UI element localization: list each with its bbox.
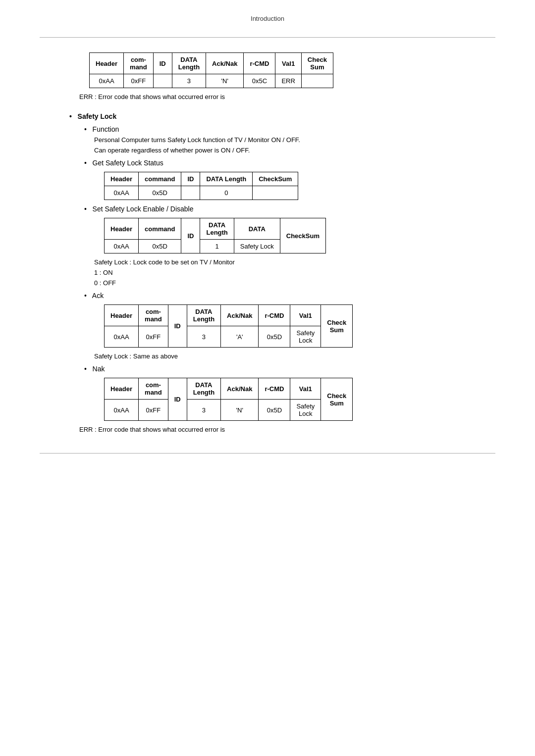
ack-note: Safety Lock : Same as above: [94, 353, 466, 360]
cell-checksum: [301, 74, 333, 88]
col-header-val1: Val1: [275, 53, 301, 74]
get-status-table-wrapper: Header command ID DATA Length CheckSum 0…: [94, 172, 466, 200]
set-enable-table-wrapper: Header command ID DATALength DATA CheckS…: [94, 218, 466, 253]
nak-col-ack-nak: Ack/Nak: [221, 378, 259, 400]
gs-cell-data-length: 0: [200, 186, 253, 200]
nak-table-wrapper: Header com-mand ID DATALength Ack/Nak r-…: [94, 378, 466, 421]
nak-cell-val1: SafetyLock: [290, 400, 321, 421]
col-header-ack-nak: Ack/Nak: [206, 53, 244, 74]
set-note-2: 1 : ON: [94, 269, 466, 276]
ack-label: Ack: [92, 292, 104, 300]
gs-col-data-length: DATA Length: [200, 172, 253, 186]
bottom-rule: [40, 453, 495, 454]
cell-command: 0xFF: [124, 74, 154, 88]
gs-col-checksum: CheckSum: [253, 172, 298, 186]
nak-col-checksum: CheckSum: [321, 378, 353, 421]
get-status-bullet: • Get Safety Lock Status: [84, 159, 466, 167]
ack-cell-ack-nak: 'A': [221, 326, 259, 348]
error-table-1: Header com-mand ID DATALength Ack/Nak r-…: [89, 52, 333, 88]
ack-col-command: com-mand: [139, 305, 168, 326]
gs-cell-checksum: [253, 186, 298, 200]
nak-note: ERR : Error code that shows what occurre…: [79, 426, 466, 433]
gs-cell-command: 0x5D: [139, 186, 181, 200]
error-note-1: ERR : Error code that shows what occurre…: [79, 93, 466, 101]
nak-cell-ack-nak: 'N': [221, 400, 259, 421]
nak-col-id: ID: [168, 378, 187, 421]
set-enable-label: Set Safety Lock Enable / Disable: [93, 205, 194, 213]
ack-table: Header com-mand ID DATALength Ack/Nak r-…: [104, 304, 353, 348]
se-col-header: Header: [105, 218, 139, 240]
ack-col-header: Header: [105, 305, 139, 326]
nak-bullet: • Nak: [84, 365, 466, 373]
ack-cell-val1: SafetyLock: [290, 326, 321, 348]
nak-col-rcmd: r-CMD: [259, 378, 290, 400]
ack-cell-command: 0xFF: [139, 326, 168, 348]
nak-col-header: Header: [105, 378, 139, 400]
nak-cell-command: 0xFF: [139, 400, 168, 421]
nak-cell-rcmd: 0x5D: [259, 400, 290, 421]
get-status-label: Get Safety Lock Status: [93, 159, 163, 167]
se-cell-data-length: 1: [200, 240, 234, 253]
ack-col-id: ID: [168, 305, 187, 348]
page-wrapper: Introduction Header com-mand ID DATALeng…: [0, 0, 535, 756]
safety-lock-section: • Safety Lock: [69, 112, 466, 120]
ack-col-checksum: CheckSum: [321, 305, 353, 348]
ack-col-ack-nak: Ack/Nak: [221, 305, 259, 326]
safety-lock-label: Safety Lock: [78, 112, 117, 120]
ack-cell-rcmd: 0x5D: [259, 326, 290, 348]
error-table-1-wrapper: Header com-mand ID DATALength Ack/Nak r-…: [79, 52, 466, 88]
ack-col-rcmd: r-CMD: [259, 305, 290, 326]
nak-label: Nak: [93, 365, 105, 373]
bullet-dot-get: •: [84, 159, 93, 167]
nak-cell-data-length: 3: [187, 400, 220, 421]
cell-rcmd: 0x5C: [244, 74, 275, 88]
bullet-dot-main: •: [69, 112, 78, 120]
set-enable-table: Header command ID DATALength DATA CheckS…: [104, 218, 326, 253]
set-note-1: Safety Lock : Lock code to be set on TV …: [94, 258, 466, 266]
se-col-checksum: CheckSum: [280, 218, 325, 253]
nak-col-data-length: DATALength: [187, 378, 220, 400]
gs-col-command: command: [139, 172, 181, 186]
gs-cell-header: 0xAA: [105, 186, 139, 200]
content-area: Header com-mand ID DATALength Ack/Nak r-…: [0, 52, 535, 433]
set-enable-bullet: • Set Safety Lock Enable / Disable: [84, 205, 466, 213]
cell-ack-nak: 'N': [206, 74, 244, 88]
cell-id: [153, 74, 172, 88]
cell-header: 0xAA: [90, 74, 124, 88]
se-col-data-length: DATALength: [200, 218, 234, 240]
nak-cell-header: 0xAA: [105, 400, 139, 421]
ack-bullet: • Ack: [84, 292, 466, 300]
col-header-header: Header: [90, 53, 124, 74]
page-title: Introduction: [0, 15, 535, 22]
ack-col-data-length: DATALength: [187, 305, 220, 326]
ack-col-val1: Val1: [290, 305, 321, 326]
se-cell-header: 0xAA: [105, 240, 139, 253]
cell-val1: ERR: [275, 74, 301, 88]
col-header-rcmd: r-CMD: [244, 53, 275, 74]
gs-cell-id: [181, 186, 200, 200]
nak-table: Header com-mand ID DATALength Ack/Nak r-…: [104, 378, 353, 421]
col-header-command: com-mand: [124, 53, 154, 74]
col-header-data-length: DATALength: [172, 53, 206, 74]
ack-cell-header: 0xAA: [105, 326, 139, 348]
gs-col-id: ID: [181, 172, 200, 186]
function-sub: • Function: [84, 125, 466, 133]
ack-table-wrapper: Header com-mand ID DATALength Ack/Nak r-…: [94, 304, 466, 348]
desc-text-1: Personal Computer turns Safety Lock func…: [94, 136, 466, 144]
set-note-3: 0 : OFF: [94, 279, 466, 287]
col-header-checksum: CheckSum: [301, 53, 333, 74]
se-cell-data: Safety Lock: [234, 240, 280, 253]
se-col-command: command: [139, 218, 181, 240]
bullet-dot-sub: •: [84, 125, 93, 133]
nak-col-command: com-mand: [139, 378, 168, 400]
bullet-dot-nak: •: [84, 365, 93, 373]
se-cell-command: 0x5D: [139, 240, 181, 253]
nak-col-val1: Val1: [290, 378, 321, 400]
se-col-data: DATA: [234, 218, 280, 240]
cell-data-length: 3: [172, 74, 206, 88]
top-rule: [40, 37, 495, 38]
desc-text-2: Can operate regardless of whether power …: [94, 147, 466, 154]
function-label: Function: [93, 125, 119, 133]
bullet-dot-set: •: [84, 205, 93, 213]
ack-cell-data-length: 3: [187, 326, 220, 348]
